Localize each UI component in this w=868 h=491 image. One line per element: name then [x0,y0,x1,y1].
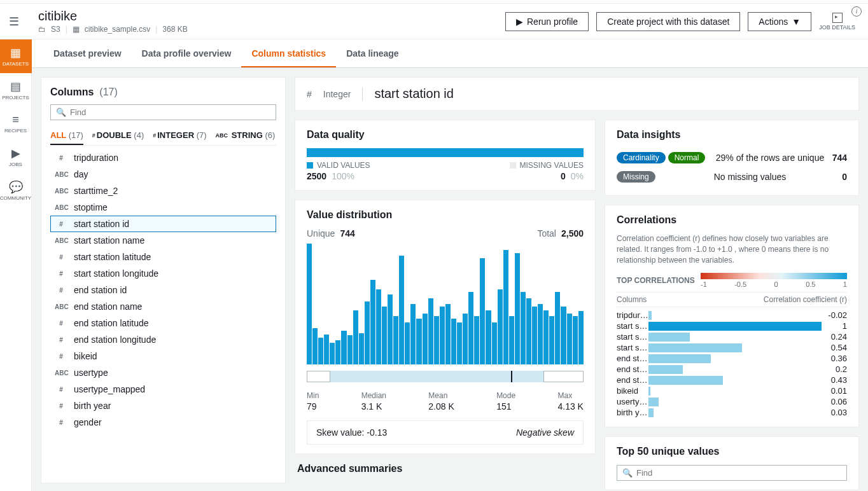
histogram-bar [509,316,514,364]
column-row[interactable]: #end station latitude [50,315,276,331]
column-row[interactable]: ABCstoptime [50,199,276,216]
tab-column-statistics[interactable]: Column statistics [241,39,336,67]
correlation-row: bikeid0.01 [617,385,847,396]
histogram-bar [335,340,340,364]
histogram-bar [463,314,468,364]
type-icon: ABC [55,204,67,211]
column-row[interactable]: #birth year [50,398,276,414]
actions-dropdown[interactable]: Actions ▼ [748,12,811,31]
hamburger-icon[interactable]: ☰ [9,15,19,29]
top50-search[interactable]: 🔍 [617,465,847,481]
correlation-row: end st…0.36 [617,353,847,364]
column-row[interactable]: ABCday [50,166,276,183]
histogram-bar [347,335,353,364]
type-filter-tabs: ALL (17) #DOUBLE (4) #INTEGER (7) ABC ST… [50,127,276,146]
histogram-bar [382,307,387,364]
tab-data-lineage[interactable]: Data lineage [336,39,409,67]
info-icon[interactable]: i [851,6,862,17]
histogram-bar [515,253,520,364]
nav-recipes[interactable]: ≡ RECIPES [0,107,32,140]
histogram-bar [365,301,370,364]
columns-search[interactable]: 🔍 [50,104,276,120]
histogram-bar [549,316,554,364]
histogram-bar [532,307,537,364]
correlation-row: birth y…0.03 [617,407,847,418]
correlations-card: Correlations Correlation coefficient (r)… [605,205,859,427]
missing-badge: Missing [617,171,655,183]
histogram-bar [341,331,346,364]
tab-dataset-preview[interactable]: Dataset preview [43,39,132,67]
top50-search-input[interactable] [636,468,841,478]
left-nav: ▦ DATASETS ▤ PROJECTS ≡ RECIPES ▶ JOBS 💬… [0,39,32,491]
boxplot [307,371,584,382]
column-row[interactable]: #tripduration [50,149,276,166]
histogram-bar [423,314,428,364]
type-tab-double[interactable]: #DOUBLE (4) [92,127,144,145]
data-quality-bar [307,148,584,157]
histogram-bar [434,316,439,364]
nav-datasets[interactable]: ▦ DATASETS [0,39,32,73]
type-symbol: # [307,89,312,99]
create-project-button[interactable]: Create project with this dataset [596,12,740,31]
job-details-icon [832,13,843,23]
histogram-bar [410,304,416,364]
tab-data-profile[interactable]: Data profile overview [132,39,242,67]
type-tab-all[interactable]: ALL (17) [50,127,83,145]
type-tab-integer[interactable]: #INTEGER (7) [153,127,206,145]
histogram-bar [330,343,335,364]
column-row[interactable]: #start station latitude [50,249,276,265]
job-details-button[interactable]: JOB DETAILS [819,13,855,31]
histogram-bar [468,292,473,364]
histogram-bar [359,333,364,364]
column-row[interactable]: #end station id [50,282,276,298]
breadcrumb: 🗀 S3 | ▦ citibike_sample.csv | 368 KB [38,25,505,34]
datasets-icon: ▦ [0,46,32,60]
column-row[interactable]: #end station longitude [50,331,276,348]
column-header-card: # Integer start station id [295,77,859,111]
column-row[interactable]: #start station id [50,216,276,232]
summary-stats: Min79 Median3.1 K Mean2.08 K Mode151 Max… [307,391,584,411]
community-icon: 💬 [0,180,32,194]
advanced-summaries-heading: Advanced summaries [297,463,593,474]
correlation-row: start st…0.54 [617,342,847,353]
histogram-bar [370,280,375,364]
column-row[interactable]: ABCstarttime_2 [50,183,276,199]
column-row[interactable]: ABCend station name [50,298,276,315]
correlation-gradient: -1 -0.5 0 0.5 1 [701,273,847,288]
histogram-bar [561,307,566,364]
type-icon: # [55,353,67,360]
histogram-bar [503,250,508,365]
column-row[interactable]: ABCusertype [50,364,276,381]
rerun-profile-button[interactable]: ▶ Rerun profile [505,12,589,31]
column-row[interactable]: #bikeid [50,348,276,364]
data-insights-card: Data insights CardinalityNormal 29% of t… [605,120,859,196]
correlation-row: start st…1 [617,321,847,331]
histogram-bar [486,310,491,365]
type-icon: ABC [55,188,67,195]
histogram-bar [388,294,393,364]
type-tab-string[interactable]: ABC STRING (6) [216,127,276,145]
nav-community[interactable]: 💬 COMMUNITY [0,174,32,207]
column-row[interactable]: #usertype_mapped [50,381,276,398]
search-icon: 🔍 [622,468,633,478]
type-icon: ABC [55,303,67,310]
type-icon: # [55,336,67,343]
histogram-bar [521,292,526,364]
column-row[interactable]: ABCstart station name [50,232,276,249]
column-row[interactable]: #start station longitude [50,265,276,282]
jobs-icon: ▶ [0,146,32,160]
nav-projects[interactable]: ▤ PROJECTS [0,73,32,107]
histogram-bar [428,298,433,365]
dataset-tabs: Dataset preview Data profile overview Co… [32,39,868,68]
page-header: ☰ citibike 🗀 S3 | ▦ citibike_sample.csv … [0,4,868,39]
selected-column-name: start station id [374,86,454,101]
histogram-bar [353,310,358,365]
nav-jobs[interactable]: ▶ JOBS [0,140,32,174]
histogram-bar [405,322,410,365]
columns-search-input[interactable] [70,107,270,117]
type-icon: # [55,254,67,261]
dataset-title: citibike [38,9,505,24]
column-row[interactable]: #gender [50,414,276,431]
correlation-row: end st…0.43 [617,375,847,385]
recipes-icon: ≡ [0,113,32,127]
